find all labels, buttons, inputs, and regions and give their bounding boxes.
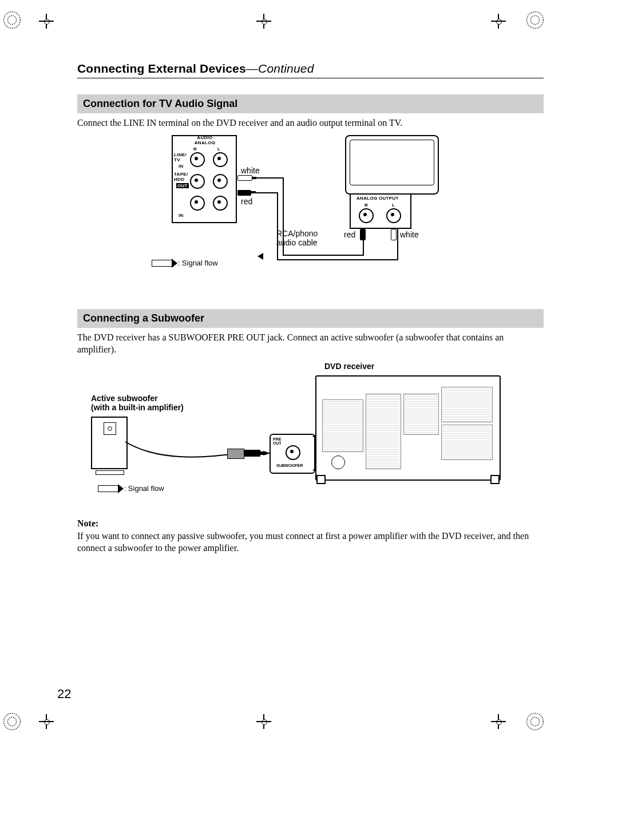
rca-plug-red-icon: [360, 229, 366, 240]
cable-path-icon: [77, 135, 544, 301]
page-number: 22: [57, 687, 71, 702]
svg-point-2: [527, 12, 544, 29]
title-continued: —Continued: [246, 62, 314, 75]
registration-mark-icon: [525, 712, 545, 731]
section-heading-subwoofer: Connecting a Subwoofer: [77, 309, 544, 328]
section1-body: Connect the LINE IN terminal on the DVD …: [77, 117, 544, 129]
rca-jack-icon: [286, 445, 300, 460]
signal-flow-legend: : Signal flow: [98, 484, 164, 493]
signal-flow-text: : Signal flow: [178, 259, 218, 267]
tv-panel-header: ANALOG OUTPUT: [356, 196, 399, 201]
cross-mark-icon: [256, 14, 271, 29]
callout-preout-label: PRE OUT: [273, 437, 282, 445]
diagram-subwoofer: DVD receiver Active subwoofer (with a bu…: [77, 362, 544, 510]
tv-plug-white-label: white: [400, 230, 419, 239]
tv-port-l: L: [392, 203, 395, 208]
svg-point-7: [530, 717, 539, 726]
cross-mark-icon: [39, 14, 54, 29]
registration-mark-icon: [2, 712, 22, 731]
note-body: If you want to connect any passive subwo…: [77, 530, 544, 554]
rca-jack-icon: [386, 208, 401, 223]
cross-mark-icon: [256, 714, 271, 729]
title-rule: [77, 78, 544, 78]
registration-mark-icon: [525, 10, 545, 30]
svg-point-1: [7, 15, 16, 24]
svg-point-6: [527, 714, 544, 730]
cable-label: RCA/phono audio cable: [276, 229, 318, 247]
tv-plug-red-label: red: [344, 230, 355, 239]
tv-output-panel: ANALOG OUTPUT R L: [350, 193, 411, 229]
signal-flow-legend: : Signal flow: [152, 259, 218, 267]
rca-plug-white-icon: [391, 229, 397, 240]
preout-callout: PRE OUT SUBWOOFER: [270, 434, 315, 474]
title-main: Connecting External Devices: [77, 62, 246, 75]
svg-point-3: [530, 15, 539, 24]
callout-sub-label: SUBWOOFER: [276, 463, 303, 467]
receiver-rear-icon: [315, 375, 501, 481]
diagram-tv-audio: DVD receiver's rear panel AUDIO ANALOG R…: [77, 135, 544, 301]
svg-point-5: [7, 717, 16, 726]
tv-port-r: R: [365, 203, 368, 208]
cross-mark-icon: [491, 714, 506, 729]
rca-jack-icon: [359, 208, 374, 223]
section-heading-tv-audio: Connection for TV Audio Signal: [77, 94, 544, 113]
page-content: Connecting External Devices—Continued Co…: [77, 62, 544, 560]
section2-body: The DVD receiver has a SUBWOOFER PRE OUT…: [77, 331, 544, 356]
cross-mark-icon: [39, 714, 54, 729]
flow-arrow-icon: [98, 485, 118, 492]
cross-mark-icon: [491, 14, 506, 29]
svg-point-4: [4, 714, 21, 730]
signal-flow-text: : Signal flow: [124, 484, 164, 493]
registration-mark-icon: [2, 10, 22, 30]
flow-arrow-icon: [152, 260, 172, 267]
mono-plug-icon: [243, 450, 260, 457]
page-title: Connecting External Devices—Continued: [77, 62, 544, 76]
svg-point-0: [4, 12, 21, 29]
note-label: Note:: [77, 518, 544, 529]
tv-icon: [345, 135, 439, 195]
